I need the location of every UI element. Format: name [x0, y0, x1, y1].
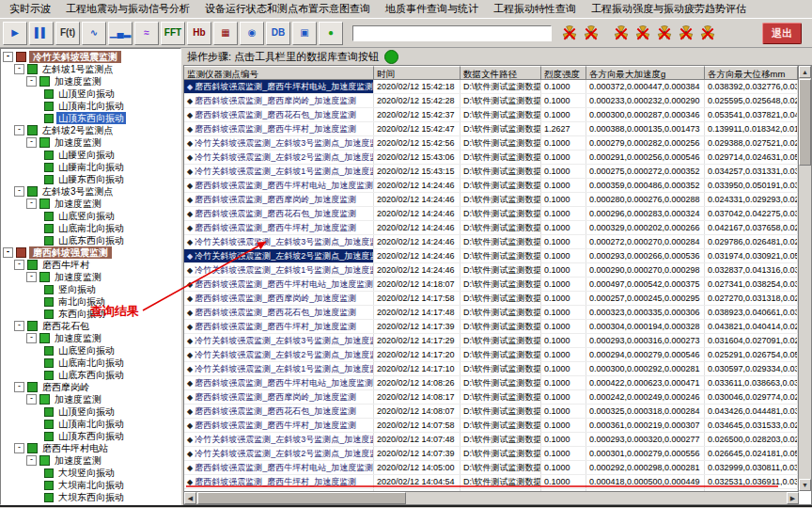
column-header-2[interactable]: 时间: [374, 66, 461, 80]
tree-channel[interactable]: 山底南北向振动: [44, 222, 180, 234]
save-button[interactable]: ▣: [292, 22, 317, 45]
vertical-scroll-thumb[interactable]: [799, 79, 811, 166]
table-row[interactable]: ◆磨西斜坡强震监测_磨西牛坪村电站_加速度监测2020/02/12 14:18:…: [184, 278, 798, 292]
scroll-down-icon[interactable]: ▼: [799, 479, 811, 491]
tree-group-2[interactable]: -磨西斜坡强震监测: [3, 246, 180, 259]
menu-item-5[interactable]: 工程振动特性查询: [486, 1, 584, 17]
fan-status-icon[interactable]: [678, 24, 695, 41]
fan-status-icon[interactable]: [561, 24, 578, 41]
collapse-icon[interactable]: -: [26, 272, 37, 282]
tree-channel[interactable]: 山顶竖向振动: [44, 87, 180, 100]
fft-analysis-button[interactable]: FFT: [161, 22, 185, 45]
scroll-left-icon[interactable]: ◀: [184, 492, 196, 504]
fan-status-icon[interactable]: [656, 24, 673, 41]
column-header-4[interactable]: 烈度强度: [541, 66, 586, 80]
collapse-icon[interactable]: -: [14, 260, 24, 270]
response-curve-button[interactable]: ≈: [134, 22, 159, 45]
tree-point[interactable]: -左斜坡3号监测点: [14, 185, 180, 198]
table-row[interactable]: ◆冷竹关斜坡强震监测_左斜坡2号监测点_加速度监测2020/02/12 14:1…: [184, 348, 798, 362]
tree-channel[interactable]: 山顶南北向振动: [44, 418, 180, 430]
fan-status-icon[interactable]: [583, 24, 600, 41]
table-row[interactable]: ◆磨西斜坡强震监测_磨西牛坪村电站_加速度监测2020/02/12 14:05:…: [184, 461, 798, 475]
table-row[interactable]: ◆磨西斜坡强震监测_磨西牛坪村电站_加速度监测2020/02/12 14:08:…: [184, 376, 798, 390]
table-row[interactable]: ◆磨西斜坡强震监测_磨西牛坪村_加速度监测2020/02/12 14:07:58…: [184, 419, 798, 433]
waveform-button[interactable]: ∿: [82, 22, 106, 45]
time-history-button[interactable]: F(t): [55, 22, 80, 45]
tree-channel-group[interactable]: -加速度监测: [26, 393, 180, 405]
tree-channel[interactable]: 山顶竖向振动: [44, 405, 180, 418]
tree-point[interactable]: -磨西花石包: [14, 320, 180, 332]
menu-item-1[interactable]: 实时示波: [2, 1, 58, 17]
tree-channel[interactable]: 大坝南北向振动: [44, 479, 180, 491]
menu-item-4[interactable]: 地质事件查询与统计: [378, 1, 486, 17]
exit-button[interactable]: 退出: [762, 23, 802, 44]
column-header-6[interactable]: 各方向最大位移mm: [705, 66, 798, 80]
table-row[interactable]: ◆冷竹关斜坡强震监测_左斜坡1号监测点_加速度监测2020/02/12 14:2…: [184, 263, 798, 278]
fan-status-icon[interactable]: [634, 24, 651, 41]
tree-channel[interactable]: 山底竖向振动: [44, 344, 180, 357]
tree-group-1[interactable]: -冷竹关斜坡强震监测: [3, 51, 180, 63]
tree-channel[interactable]: 山腰南北向振动: [44, 161, 180, 173]
collapse-icon[interactable]: -: [26, 333, 37, 343]
hilbert-analysis-button[interactable]: Hb: [187, 22, 211, 45]
tree-channel[interactable]: 大坝东西向振动: [44, 491, 180, 503]
tree-point[interactable]: -磨西牛坪村: [14, 259, 180, 271]
fan-status-icon[interactable]: [613, 24, 630, 41]
tree-point[interactable]: -磨西牛坪村电站: [14, 442, 180, 454]
table-row[interactable]: ◆磨西斜坡强震监测_磨西花石包_加速度监测2020/02/12 14:08:07…: [184, 405, 798, 419]
tree-channel[interactable]: 山底南北向振动: [44, 357, 180, 369]
play-button[interactable]: ▶: [3, 22, 27, 45]
tree-channel-group[interactable]: -加速度监测: [26, 136, 180, 149]
collapse-icon[interactable]: -: [14, 125, 24, 135]
table-row[interactable]: ◆磨西斜坡强震监测_磨西摩岗岭_加速度监测2020/02/12 14:24:46…: [184, 193, 798, 207]
tree-channel-group[interactable]: -加速度监测: [26, 75, 180, 87]
tree-channel[interactable]: 山底东西向振动: [44, 234, 180, 246]
tree-point[interactable]: -左斜坡2号监测点: [14, 124, 180, 136]
collapse-icon[interactable]: -: [26, 394, 37, 405]
pause-button[interactable]: ▌▌: [29, 22, 54, 45]
tree-channel-group[interactable]: -加速度监测: [26, 198, 180, 210]
vertical-scrollbar[interactable]: ▲ ▼: [798, 66, 811, 491]
table-row[interactable]: ◆磨西斜坡强震监测_磨西牛坪村电站_加速度监测2020/02/12 14:24:…: [184, 179, 798, 193]
fan-status-icon[interactable]: [699, 24, 716, 41]
tree-channel[interactable]: 大坝竖向振动: [44, 467, 180, 479]
table-row[interactable]: ◆磨西斜坡强震监测_磨西花石包_加速度监测2020/02/12 14:17:48…: [184, 306, 798, 320]
tree-point[interactable]: -左斜坡1号监测点: [14, 63, 180, 75]
column-header-5[interactable]: 各方向最大加速度g: [586, 66, 705, 80]
tree-channel[interactable]: 南北向振动: [44, 295, 180, 308]
collapse-icon[interactable]: -: [14, 443, 24, 453]
tree-point[interactable]: -磨西摩岗岭: [14, 381, 180, 393]
tree-channel-group[interactable]: -加速度监测: [26, 332, 180, 344]
collapse-icon[interactable]: -: [14, 64, 24, 74]
table-row[interactable]: ◆磨西斜坡强震监测_磨西花石包_加速度监测2020/02/12 14:24:46…: [184, 207, 798, 221]
report-chart-button[interactable]: ▦: [213, 22, 238, 45]
database-query-button[interactable]: DB: [266, 22, 290, 45]
menu-item-2[interactable]: 工程地震动与振动信号分析: [58, 1, 197, 17]
collapse-icon[interactable]: -: [14, 321, 24, 331]
green-status-button[interactable]: ●: [319, 22, 343, 45]
column-header-3[interactable]: 数据文件路径: [461, 66, 541, 80]
menu-item-3[interactable]: 设备运行状态和测点布置示意图查询: [197, 1, 378, 17]
collapse-icon[interactable]: -: [26, 455, 37, 466]
collapse-icon[interactable]: -: [14, 186, 24, 197]
menu-item-6[interactable]: 工程振动强度与振动疲劳趋势评估: [584, 1, 754, 17]
collapse-icon[interactable]: -: [26, 137, 37, 148]
tree-channel[interactable]: 山顶南北向振动: [44, 100, 180, 112]
scroll-up-icon[interactable]: ▲: [799, 66, 811, 78]
table-row[interactable]: ◆磨西斜坡强震监测_磨西摩岗岭_加速度监测2020/02/12 14:17:58…: [184, 292, 798, 306]
tree-channel[interactable]: 山顶东西向振动: [44, 112, 180, 124]
table-row[interactable]: ◆磨西斜坡强震监测_磨西花石包_加速度监测2020/02/12 15:42:37…: [184, 108, 798, 122]
tree-channel[interactable]: 山腰竖向振动: [44, 149, 180, 161]
tree-channel[interactable]: 山底东西向振动: [44, 369, 180, 381]
table-row[interactable]: ◆磨西斜坡强震监测_磨西牛坪村_加速度监测2020/02/12 15:42:47…: [184, 122, 798, 136]
table-row[interactable]: ◆冷竹关斜坡强震监测_左斜坡3号监测点_加速度监测2020/02/12 14:1…: [184, 334, 798, 348]
spectrum-button[interactable]: ▁▄▂: [108, 22, 133, 45]
table-row[interactable]: ◆冷竹关斜坡强震监测_左斜坡3号监测点_加速度监测2020/02/12 14:2…: [184, 235, 798, 249]
globe-search-button[interactable]: ◉: [240, 22, 264, 45]
tree-channel[interactable]: 东西向振动: [44, 308, 180, 320]
column-header-1[interactable]: 监测仪器测点编号: [184, 66, 374, 80]
horizontal-scrollbar[interactable]: ◀ ▶: [184, 491, 799, 504]
tree-channel[interactable]: 山底竖向振动: [44, 210, 180, 222]
collapse-icon[interactable]: -: [3, 52, 13, 62]
table-row[interactable]: ◆磨西斜坡强震监测_磨西摩岗岭_加速度监测2020/02/12 14:08:17…: [184, 390, 798, 405]
